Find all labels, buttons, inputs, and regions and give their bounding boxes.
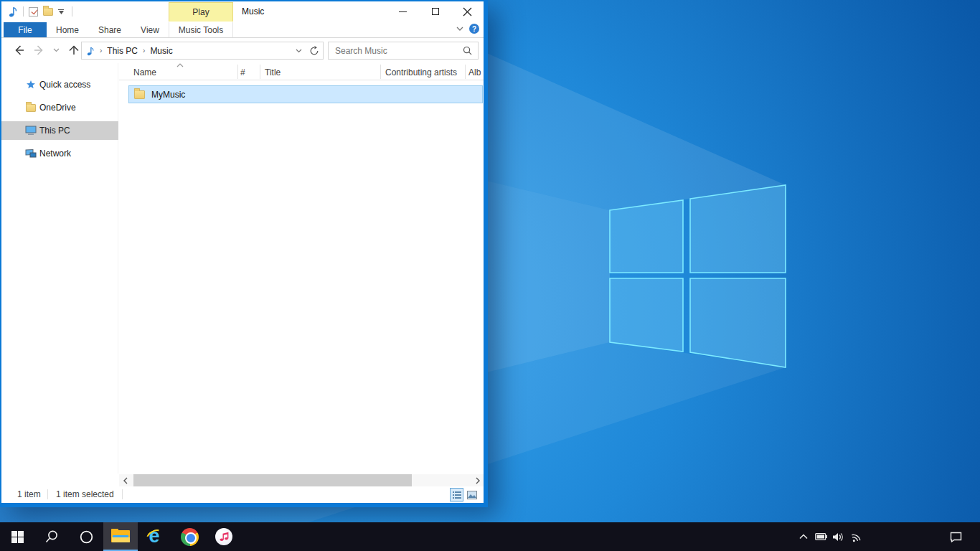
column-title[interactable]: Title: [265, 67, 281, 77]
internet-explorer-icon: e: [146, 527, 165, 547]
cortana-button[interactable]: [69, 522, 103, 551]
minimize-icon: [399, 11, 407, 12]
chrome-icon: [181, 528, 199, 546]
breadcrumb-chevron: ›: [95, 47, 107, 55]
scrollbar-thumb[interactable]: [133, 474, 412, 486]
address-bar-row: › This PC › Music Search Music: [1, 38, 484, 63]
tab-view[interactable]: View: [131, 22, 169, 37]
divider: [23, 6, 24, 17]
horizontal-scrollbar[interactable]: [119, 474, 484, 486]
file-explorer-icon: [111, 529, 130, 544]
action-center-icon[interactable]: [948, 522, 963, 551]
close-icon: [463, 7, 472, 17]
music-note-icon: [9, 6, 18, 17]
details-view-button[interactable]: [450, 488, 463, 501]
taskbar-itunes-button[interactable]: [207, 522, 241, 551]
quick-access-star-icon: [24, 80, 37, 90]
taskbar-search-button[interactable]: [34, 522, 69, 551]
hidden-icons-chevron[interactable]: [796, 522, 811, 551]
battery-icon[interactable]: [814, 522, 828, 551]
network-icon: [24, 149, 37, 159]
sidebar-item-this-pc[interactable]: This PC: [1, 121, 118, 140]
tab-music-tools[interactable]: Music Tools: [169, 22, 233, 37]
help-icon[interactable]: ?: [469, 24, 479, 34]
divider: [72, 6, 72, 17]
thumbnail-view-button[interactable]: [465, 488, 479, 501]
tab-file[interactable]: File: [4, 22, 47, 37]
status-bar: 1 item 1 item selected: [1, 486, 484, 503]
search-box[interactable]: Search Music: [328, 42, 479, 60]
windows-logo-icon: [11, 531, 24, 543]
address-bar[interactable]: › This PC › Music: [81, 42, 324, 60]
qat-dropdown-icon[interactable]: [58, 9, 64, 14]
taskbar-file-explorer-button[interactable]: [103, 522, 138, 551]
search-placeholder: Search Music: [335, 46, 387, 56]
onedrive-folder-icon: [24, 103, 37, 113]
sidebar-item-onedrive[interactable]: OneDrive: [1, 98, 118, 117]
play-tab-label: Play: [192, 7, 209, 17]
folder-icon: [134, 90, 145, 99]
network-icon[interactable]: [849, 522, 864, 551]
navigation-pane: Quick access OneDrive This PC: [1, 63, 118, 474]
scroll-left-arrow[interactable]: [119, 474, 131, 486]
itunes-icon: [215, 528, 232, 545]
ribbon-tab-row: File Home Share View Music Tools ?: [1, 22, 484, 38]
column-name[interactable]: Name: [133, 67, 156, 77]
column-album[interactable]: Alb: [468, 67, 481, 77]
forward-button[interactable]: [33, 44, 44, 56]
explorer-main: Quick access OneDrive This PC: [1, 63, 484, 474]
close-button[interactable]: [451, 1, 484, 22]
breadcrumb-this-pc[interactable]: This PC: [107, 46, 138, 56]
column-contributing-artists[interactable]: Contributing artists: [385, 67, 457, 77]
cortana-circle-icon: [80, 530, 93, 544]
expand-ribbon-chevron-icon[interactable]: [456, 27, 463, 31]
address-dropdown-chevron[interactable]: [296, 49, 302, 53]
refresh-icon[interactable]: [309, 46, 319, 56]
window-title: Music: [242, 6, 264, 17]
tab-home[interactable]: Home: [47, 22, 88, 37]
taskbar-internet-explorer-button[interactable]: e: [138, 522, 172, 551]
start-button[interactable]: [0, 522, 34, 551]
item-count: 1 item: [17, 489, 41, 499]
this-pc-monitor-icon: [24, 126, 37, 136]
maximize-icon: [432, 8, 439, 15]
tab-share[interactable]: Share: [88, 22, 131, 37]
column-number[interactable]: #: [240, 67, 245, 77]
sort-ascending-caret-icon: [176, 62, 184, 68]
sidebar-item-network[interactable]: Network: [1, 144, 118, 163]
recent-locations-chevron[interactable]: [53, 48, 60, 52]
breadcrumb-chevron: ›: [138, 47, 150, 55]
sidebar-item-quick-access[interactable]: Quick access: [1, 75, 118, 94]
search-icon[interactable]: [463, 46, 472, 55]
contextual-tab-play[interactable]: Play: [169, 2, 233, 22]
up-button[interactable]: [68, 44, 80, 56]
taskbar: e: [0, 522, 980, 551]
folder-icon[interactable]: [43, 8, 53, 16]
scroll-right-arrow[interactable]: [471, 474, 484, 486]
file-row-mymusic[interactable]: MyMusic: [128, 85, 483, 103]
maximize-button[interactable]: [419, 1, 451, 22]
explorer-window: Play Music File Home Share View Music To…: [0, 0, 488, 507]
quick-access-toolbar: [9, 1, 72, 22]
selected-count: 1 item selected: [56, 489, 114, 499]
minimize-button[interactable]: [387, 1, 419, 22]
file-list: Name # Title Contributing artists Alb My…: [119, 63, 484, 474]
location-music-icon: [87, 46, 95, 56]
title-bar: Play Music: [1, 1, 484, 22]
back-button[interactable]: [14, 44, 25, 56]
volume-icon[interactable]: [831, 522, 845, 551]
taskbar-chrome-button[interactable]: [172, 522, 207, 551]
checkbox-icon[interactable]: [29, 7, 38, 17]
breadcrumb-music[interactable]: Music: [150, 46, 172, 56]
search-icon: [45, 530, 58, 543]
column-header-row: Name # Title Contributing artists Alb: [119, 63, 484, 80]
